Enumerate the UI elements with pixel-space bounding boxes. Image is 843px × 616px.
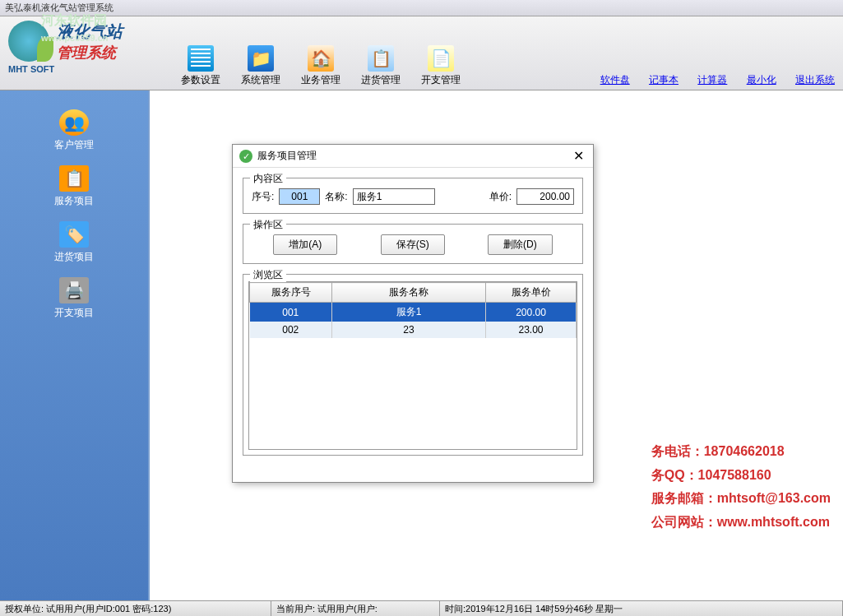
- expense-item-icon: [59, 277, 89, 303]
- content-fieldset: 内容区 序号: 名称: 单价:: [243, 178, 583, 214]
- main-area: 客户管理 服务项目 进货项目 开支项目 ✓ 服务项目管理 ✕ 内容区: [0, 90, 843, 600]
- contact-email: 服务邮箱：mhtsoft@163.com: [651, 487, 831, 511]
- price-input[interactable]: [516, 188, 574, 205]
- status-user: 当前用户: 试用用户(用户:: [271, 601, 440, 616]
- status-time: 时间:2019年12月16日 14时59分46秒 星期一: [440, 601, 843, 616]
- contact-website: 公司网站：www.mhtsoft.com: [651, 511, 831, 535]
- watermark: 河东软件园 www.pc0359.cn: [41, 12, 109, 44]
- toolbar-purchase[interactable]: 进货管理: [361, 45, 401, 87]
- brand-text: MHT SOFT: [8, 64, 173, 74]
- service-dialog: ✓ 服务项目管理 ✕ 内容区 序号: 名称: 单价:: [232, 144, 594, 483]
- col-name[interactable]: 服务名称: [332, 283, 486, 303]
- link-exit[interactable]: 退出系统: [795, 74, 835, 86]
- params-icon: [188, 45, 214, 72]
- top-links: 软件盘 记事本 计算器 最小化 退出系统: [584, 73, 835, 87]
- purchase-item-icon: [59, 221, 89, 248]
- col-seq[interactable]: 服务序号: [250, 283, 332, 303]
- status-bar: 授权单位: 试用用户(用户ID:001 密码:123) 当前用户: 试用用户(用…: [0, 600, 843, 616]
- dialog-title: 服务项目管理: [257, 149, 570, 163]
- logo-title-2: 管理系统: [57, 43, 123, 63]
- contact-info: 务电话：18704662018 务QQ：1047588160 服务邮箱：mhts…: [651, 440, 831, 535]
- dialog-header: ✓ 服务项目管理 ✕: [233, 145, 593, 168]
- content-area: ✓ 服务项目管理 ✕ 内容区 序号: 名称: 单价:: [148, 90, 843, 600]
- sidebar-item-service[interactable]: 服务项目: [0, 159, 148, 215]
- service-table: 服务序号 服务名称 服务单价 001 服务1 200.00: [249, 282, 577, 338]
- table-row[interactable]: 002 23 23.00: [250, 322, 577, 338]
- toolbar-expense[interactable]: 开支管理: [421, 45, 461, 87]
- toolbar-system[interactable]: 系统管理: [241, 45, 280, 87]
- delete-button[interactable]: 删除(D): [488, 234, 553, 255]
- table-row[interactable]: 001 服务1 200.00: [250, 303, 577, 322]
- system-icon: [248, 45, 274, 72]
- title-bar: 美弘泰机液化气站管理系统: [0, 0, 843, 16]
- price-label: 单价:: [489, 190, 512, 204]
- status-auth: 授权单位: 试用用户(用户ID:001 密码:123): [0, 601, 271, 616]
- sidebar-item-expense[interactable]: 开支项目: [0, 271, 148, 327]
- seq-input[interactable]: [279, 188, 320, 205]
- toolbar-business[interactable]: 业务管理: [301, 45, 340, 87]
- close-icon[interactable]: ✕: [570, 148, 586, 164]
- name-input[interactable]: [353, 188, 435, 205]
- purchase-icon: [368, 45, 394, 72]
- link-diskette[interactable]: 软件盘: [600, 74, 630, 86]
- save-button[interactable]: 保存(S): [381, 234, 445, 255]
- toolbar-area: 河东软件园 www.pc0359.cn 液化气站 管理系统 MHT SOFT 参…: [0, 16, 843, 90]
- sidebar: 客户管理 服务项目 进货项目 开支项目: [0, 90, 148, 600]
- toolbar-buttons: 参数设置 系统管理 业务管理 进货管理 开支管理: [181, 45, 461, 87]
- link-minimize[interactable]: 最小化: [747, 74, 776, 86]
- action-fieldset: 操作区 增加(A) 保存(S) 删除(D): [243, 224, 583, 264]
- sidebar-item-customer[interactable]: 客户管理: [0, 103, 148, 159]
- seq-label: 序号:: [252, 190, 274, 204]
- browse-fieldset: 浏览区 服务序号 服务名称 服务单价: [243, 274, 583, 456]
- expense-icon: [428, 45, 454, 72]
- customer-icon: [59, 109, 89, 136]
- contact-qq: 务QQ：1047588160: [651, 464, 831, 488]
- business-icon: [308, 45, 334, 72]
- check-icon: ✓: [239, 150, 252, 163]
- link-calculator[interactable]: 计算器: [697, 74, 727, 86]
- sidebar-item-purchase[interactable]: 进货项目: [0, 215, 148, 271]
- add-button[interactable]: 增加(A): [273, 234, 337, 255]
- toolbar-params[interactable]: 参数设置: [181, 45, 220, 87]
- contact-phone: 务电话：18704662018: [651, 440, 831, 464]
- link-notepad[interactable]: 记事本: [649, 74, 679, 86]
- col-price[interactable]: 服务单价: [486, 283, 577, 303]
- name-label: 名称:: [325, 190, 347, 204]
- service-icon: [59, 165, 89, 192]
